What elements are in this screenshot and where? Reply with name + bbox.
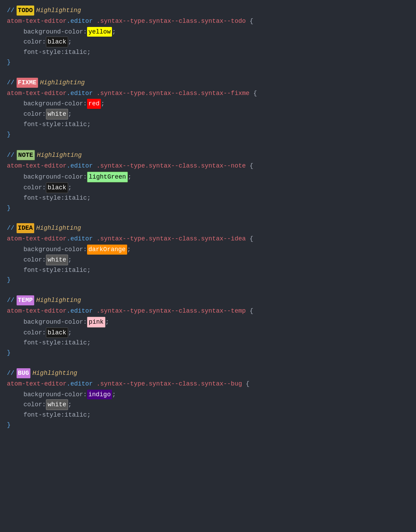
property-line: font-style: italic; xyxy=(7,410,409,420)
property-line: background-color: yellow; xyxy=(7,27,409,37)
prop-name: color: xyxy=(23,37,46,47)
comment-text: Highlighting xyxy=(40,78,85,88)
properties-container: background-color: indigo;color: white;fo… xyxy=(7,390,409,420)
keyword-badge-fixme: FIXME xyxy=(17,78,38,88)
comment-text: Highlighting xyxy=(36,223,81,233)
property-line: color: black; xyxy=(7,182,409,193)
selector-prefix: atom-text-editor xyxy=(7,380,67,387)
keyword-badge-note: NOTE xyxy=(17,150,35,161)
prop-name: color: xyxy=(23,183,46,193)
selector-class: .syntax--type.syntax--class.syntax--bug xyxy=(93,380,242,387)
property-line: background-color: indigo; xyxy=(7,390,409,400)
property-line: font-style: italic; xyxy=(7,338,409,348)
comment-line: //NOTE Highlighting xyxy=(7,150,409,161)
brace-open: { xyxy=(246,235,253,242)
property-line: font-style: italic; xyxy=(7,265,409,275)
prop-name: background-color: xyxy=(23,390,87,400)
code-block-todo: //TODO Highlightingatom-text-editor.edit… xyxy=(7,6,409,67)
prop-value: italic; xyxy=(65,47,91,57)
property-line: background-color: lightGreen; xyxy=(7,172,409,182)
property-line: color: black; xyxy=(7,37,409,47)
prop-semicolon: ; xyxy=(105,317,109,327)
comment-slashes: // xyxy=(7,78,15,88)
code-block-note: //NOTE Highlightingatom-text-editor.edit… xyxy=(7,150,409,213)
color-value-badge: yellow xyxy=(87,27,112,37)
prop-name: background-color: xyxy=(23,172,87,182)
prop-semicolon: ; xyxy=(127,245,131,255)
comment-line: //FIXME Highlighting xyxy=(7,78,409,88)
brace-close: } xyxy=(7,203,409,213)
color-value-badge: black xyxy=(46,37,68,47)
keyword-badge-temp: TEMP xyxy=(17,295,34,305)
comment-text: Highlighting xyxy=(36,295,81,305)
prop-semicolon: ; xyxy=(128,172,132,182)
selector-prefix: atom-text-editor xyxy=(7,307,67,314)
property-line: color: white; xyxy=(7,255,409,265)
keyword-badge-todo: TODO xyxy=(17,6,34,16)
brace-close: } xyxy=(7,420,409,430)
code-block-temp: //TEMP Highlightingatom-text-editor.edit… xyxy=(7,295,409,358)
code-block-bug: //BUG Highlightingatom-text-editor.edito… xyxy=(7,368,409,430)
selector-line: atom-text-editor.editor .syntax--type.sy… xyxy=(7,161,409,171)
keyword-badge-idea: IDEA xyxy=(17,223,34,233)
property-line: background-color: pink; xyxy=(7,317,409,327)
selector-dot1: .editor xyxy=(67,162,93,169)
selector-prefix: atom-text-editor xyxy=(7,90,67,97)
comment-slashes: // xyxy=(7,150,15,160)
selector-line: atom-text-editor.editor .syntax--type.sy… xyxy=(7,379,409,389)
comment-slashes: // xyxy=(7,223,15,233)
prop-name: background-color: xyxy=(23,99,87,109)
selector-class: .syntax--type.syntax--class.syntax--fixm… xyxy=(93,90,249,97)
properties-container: background-color: darkOrange;color: whit… xyxy=(7,245,409,275)
properties-container: background-color: pink;color: black;font… xyxy=(7,317,409,348)
property-line: color: white; xyxy=(7,399,409,410)
selector-dot1: .editor xyxy=(67,307,93,314)
color-value-badge: lightGreen xyxy=(87,172,128,182)
brace-open: { xyxy=(242,380,250,387)
selector-dot1: .editor xyxy=(67,380,93,387)
prop-name: color: xyxy=(23,400,46,410)
property-line: color: black; xyxy=(7,327,409,338)
prop-name: background-color: xyxy=(23,245,87,255)
color-value-badge: darkOrange xyxy=(87,245,127,255)
brace-close: } xyxy=(7,57,409,67)
prop-name: font-style: xyxy=(23,120,65,130)
brace-close: } xyxy=(7,130,409,140)
comment-slashes: // xyxy=(7,6,15,16)
prop-value: italic; xyxy=(65,193,91,203)
comment-slashes: // xyxy=(7,295,15,305)
selector-prefix: atom-text-editor xyxy=(7,18,67,25)
comment-line: //IDEA Highlighting xyxy=(7,223,409,233)
keyword-badge-bug: BUG xyxy=(17,368,30,378)
comment-text: Highlighting xyxy=(37,150,82,160)
prop-semicolon: ; xyxy=(68,183,72,193)
selector-line: atom-text-editor.editor .syntax--type.sy… xyxy=(7,234,409,244)
prop-name: font-style: xyxy=(23,338,65,348)
property-line: font-style: italic; xyxy=(7,193,409,203)
prop-name: font-style: xyxy=(23,410,65,420)
selector-prefix: atom-text-editor xyxy=(7,162,67,169)
selector-dot1: .editor xyxy=(67,18,93,25)
brace-close: } xyxy=(7,275,409,285)
prop-name: background-color: xyxy=(23,317,87,327)
properties-container: background-color: yellow;color: black;fo… xyxy=(7,27,409,57)
brace-open: { xyxy=(249,90,257,97)
comment-line: //TODO Highlighting xyxy=(7,6,409,16)
property-line: font-style: italic; xyxy=(7,120,409,130)
brace-open: { xyxy=(246,307,253,314)
color-value-badge: white xyxy=(46,399,68,410)
prop-semicolon: ; xyxy=(112,390,116,400)
properties-container: background-color: lightGreen;color: blac… xyxy=(7,172,409,203)
property-line: color: white; xyxy=(7,109,409,120)
color-value-badge: black xyxy=(46,182,68,193)
color-value-badge: white xyxy=(46,255,68,265)
prop-semicolon: ; xyxy=(68,255,72,265)
selector-line: atom-text-editor.editor .syntax--type.sy… xyxy=(7,306,409,316)
code-block-fixme: //FIXME Highlightingatom-text-editor.edi… xyxy=(7,78,409,140)
prop-name: font-style: xyxy=(23,47,65,57)
selector-line: atom-text-editor.editor .syntax--type.sy… xyxy=(7,88,409,98)
comment-line: //TEMP Highlighting xyxy=(7,295,409,305)
prop-value: italic; xyxy=(65,120,91,130)
selector-class: .syntax--type.syntax--class.syntax--note xyxy=(93,162,246,169)
selector-class: .syntax--type.syntax--class.syntax--idea xyxy=(93,235,246,242)
